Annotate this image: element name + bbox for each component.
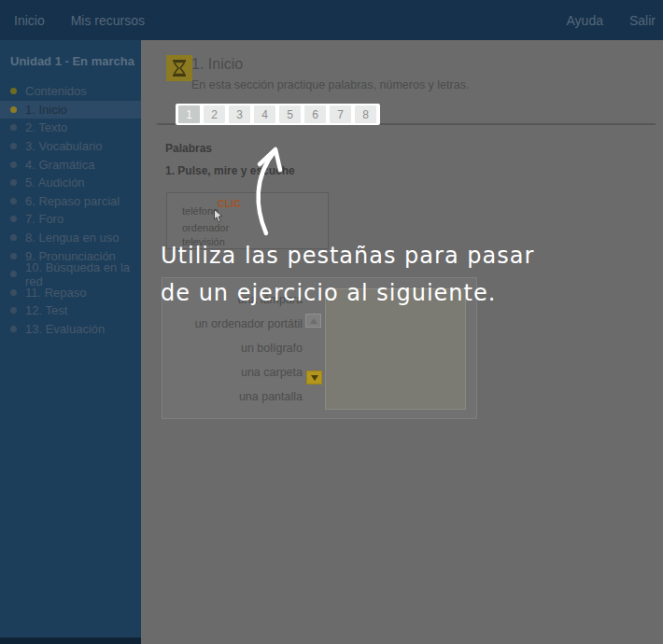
bullet-icon [10, 289, 17, 296]
tutorial-text-line2: de un ejercicio al siguiente. [161, 280, 496, 306]
bullet-icon [10, 106, 17, 113]
tutorial-arrow-icon [241, 136, 291, 245]
navbar-right-group: Ayuda Salir [567, 13, 656, 28]
word-item[interactable]: una pantalla [162, 385, 303, 409]
down-arrow-icon [311, 375, 318, 381]
bullet-icon [10, 198, 17, 204]
sidebar-item-label: 4. Gramática [25, 158, 94, 172]
mouse-cursor-icon [213, 209, 223, 223]
bullet-icon [10, 271, 17, 277]
tab-2[interactable]: 2 [204, 105, 225, 123]
sidebar-item-label: 2. Texto [25, 120, 67, 134]
page-title: 1. Inicio [191, 56, 243, 73]
sidebar-item-test[interactable]: 12. Test [0, 301, 141, 320]
sidebar-item-lengua-en-uso[interactable]: 8. Lengua en uso [0, 229, 141, 247]
sidebar-unit-title: Unidad 1 - En marcha [10, 54, 141, 68]
sidebar-item-label: 10. Búsqueda en la red [25, 260, 141, 288]
subsection-title: Palabras [165, 142, 212, 155]
navbar-left-group: Inicio Mis recursos [14, 13, 145, 28]
sidebar-item-texto[interactable]: 2. Texto [0, 119, 141, 137]
tab-1[interactable]: 1 [178, 105, 200, 123]
bullet-icon [10, 234, 17, 241]
top-navbar: Inicio Mis recursos Ayuda Salir [0, 0, 663, 40]
page-description: En esta sección practique palabras, núme… [191, 78, 469, 91]
sidebar-item-busqueda-en-la-red[interactable]: 10. Búsqueda en la red [0, 265, 141, 284]
nav-item-salir[interactable]: Salir [629, 13, 656, 28]
sidebar-item-label: 11. Repaso [25, 286, 87, 300]
sidebar-item-label: 3. Vocabulario [25, 139, 102, 153]
bullet-icon [10, 161, 17, 168]
exercise-tabs-highlight: 1 2 3 4 5 6 7 8 [176, 104, 380, 125]
clic-hint: CLIC [218, 199, 241, 209]
exercise-image-panel [325, 288, 466, 410]
sidebar-item-label: 8. Lengua en uso [25, 231, 119, 245]
word-item[interactable]: ordenador [182, 222, 229, 233]
scroll-down-button[interactable] [306, 371, 322, 385]
nav-item-inicio[interactable]: Inicio [14, 13, 45, 28]
sidebar-item-audicion[interactable]: 5. Audición [0, 174, 141, 192]
sidebar-item-foro[interactable]: 7. Foro [0, 210, 141, 229]
sidebar-item-evaluacion[interactable]: 13. Evaluación [0, 320, 141, 339]
bullet-icon [10, 143, 17, 149]
sidebar-item-inicio[interactable]: 1. Inicio [0, 101, 141, 119]
sidebar-footer-strip [0, 637, 141, 644]
word-item[interactable]: un ordenador portátil [162, 312, 303, 336]
up-arrow-icon [310, 318, 317, 324]
tab-6[interactable]: 6 [304, 105, 326, 123]
sidebar-item-vocabulario[interactable]: 3. Vocabulario [0, 137, 141, 156]
bullet-icon [10, 307, 17, 314]
bullet-icon [10, 88, 17, 94]
word-item[interactable]: un bolígrafo [162, 336, 303, 360]
sidebar-item-label: 6. Repaso parcial [25, 194, 120, 208]
sidebar-item-gramatica[interactable]: 4. Gramática [0, 155, 141, 174]
sidebar-item-label: 12. Test [25, 303, 67, 317]
tab-3[interactable]: 3 [229, 105, 250, 123]
sidebar-item-label: Contenidos [25, 84, 87, 98]
tab-4[interactable]: 4 [254, 105, 275, 123]
bullet-icon [10, 253, 17, 259]
sidebar-item-label: 5. Audición [25, 175, 85, 189]
tutorial-text-line1: Utiliza las pestañas para pasar [161, 243, 534, 269]
bullet-icon [10, 326, 17, 332]
sidebar-item-label: 1. Inicio [25, 103, 67, 117]
sidebar-item-repaso-parcial[interactable]: 6. Repaso parcial [0, 192, 141, 211]
sidebar-item-label: 7. Foro [25, 212, 63, 226]
sidebar: Unidad 1 - En marcha Contenidos 1. Inici… [0, 40, 141, 644]
scroll-up-button[interactable] [305, 314, 321, 328]
bullet-icon [10, 124, 17, 131]
tab-7[interactable]: 7 [330, 105, 351, 123]
sidebar-item-contenidos[interactable]: Contenidos [0, 82, 141, 101]
hourglass-icon [166, 55, 192, 81]
nav-item-ayuda[interactable]: Ayuda [567, 13, 603, 28]
tab-8[interactable]: 8 [355, 105, 376, 123]
word-item[interactable]: una carpeta [162, 360, 303, 385]
tab-5[interactable]: 5 [279, 105, 301, 123]
sidebar-item-label: 13. Evaluación [25, 322, 105, 336]
nav-item-mis-recursos[interactable]: Mis recursos [71, 13, 145, 28]
bullet-icon [10, 179, 17, 186]
bullet-icon [10, 216, 17, 222]
